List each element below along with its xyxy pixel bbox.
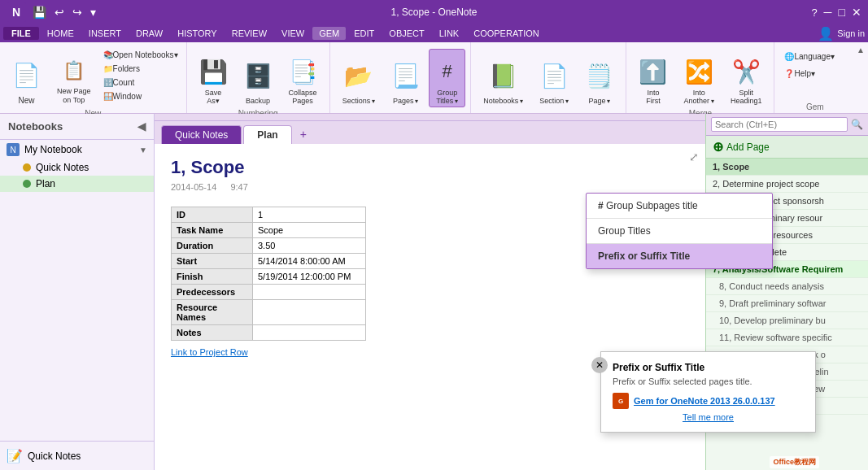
field-start: Start	[172, 254, 253, 269]
quick-access-customize[interactable]: ▾	[89, 6, 98, 19]
collapse-pages-label: CollapsePages	[289, 89, 317, 105]
backup-button[interactable]: 🗄️ Backup	[237, 49, 280, 107]
split-heading-button[interactable]: ✂️ SplitHeading1	[723, 49, 770, 107]
count-label: Count	[113, 78, 135, 87]
add-page-header: ⊕ Add Page	[706, 136, 868, 159]
add-page-button[interactable]: ⊕ Add Page	[713, 139, 770, 154]
new-button[interactable]: 📄 New	[5, 49, 48, 107]
minimize-btn[interactable]: ─	[824, 6, 832, 19]
page-item-2[interactable]: 2, Determine project scope	[706, 176, 868, 193]
window-label: Window	[113, 92, 142, 101]
menu-home[interactable]: HOME	[41, 27, 81, 40]
ribbon: 📄 New 📋 New Pageon Top 📚 Open Notebooks▾…	[0, 42, 868, 114]
page-item-8[interactable]: 8, Conduct needs analysis	[706, 278, 868, 295]
sidebar-header: Notebooks ◀	[0, 114, 154, 140]
close-popup-button[interactable]: ✕	[591, 357, 608, 373]
section-button[interactable]: 📄 Section▾	[532, 49, 576, 107]
prefix-suffix-label: Prefix or Suffix Title	[598, 250, 690, 262]
sidebar-collapse-icon[interactable]: ◀	[137, 120, 146, 133]
field-duration: Duration	[172, 238, 253, 254]
collapse-pages-button[interactable]: 📑 CollapsePages	[281, 49, 325, 107]
quick-notes-tab[interactable]: Quick Notes	[161, 125, 242, 144]
page-item-1[interactable]: 1, Scope	[706, 159, 868, 176]
search-icon[interactable]: 🔍	[851, 119, 863, 130]
add-tab-button[interactable]: +	[294, 124, 313, 144]
watermark: Office教程网	[770, 456, 819, 468]
page-item-11[interactable]: 11, Review software specific	[706, 329, 868, 346]
value-duration: 3.50	[253, 238, 366, 254]
quick-access-save[interactable]: 💾	[31, 6, 48, 19]
watermark-text: Office教程网	[773, 457, 816, 468]
open-notebooks-button[interactable]: 📚 Open Notebooks▾	[100, 49, 181, 61]
count-button[interactable]: 🔢 Count	[100, 76, 181, 89]
split-heading-label: SplitHeading1	[731, 89, 762, 105]
page-button[interactable]: 🗒️ Page▾	[578, 49, 621, 107]
menu-insert[interactable]: INSERT	[82, 27, 128, 40]
table-row-notes: Notes	[172, 325, 366, 341]
quick-notes-dot	[23, 163, 31, 172]
gem-version-link[interactable]: Gem for OneNote 2013 26.0.0.137	[634, 396, 775, 406]
menu-link[interactable]: LINK	[433, 27, 465, 40]
quick-access-redo[interactable]: ↪	[71, 6, 84, 19]
group-titles-dropdown[interactable]: # Group Subpages title Group Titles Pref…	[586, 193, 773, 269]
new-label: New	[18, 96, 34, 105]
add-page-label: Add Page	[726, 141, 770, 153]
page-item-10[interactable]: 10, Develop preliminary bu	[706, 312, 868, 329]
plan-tab[interactable]: Plan	[243, 125, 291, 144]
split-heading-icon: ✂️	[732, 54, 761, 89]
ribbon-nb-top: 📗 Notebooks▾ 📄 Section▾ 🗒️ Page▾	[473, 46, 624, 110]
sections-button[interactable]: 📂 Sections▾	[335, 49, 383, 107]
menu-history[interactable]: HISTORY	[171, 27, 224, 40]
group-titles-item[interactable]: Group Titles	[587, 219, 772, 243]
menu-view[interactable]: VIEW	[275, 27, 311, 40]
menu-object[interactable]: OBJECT	[382, 27, 430, 40]
menu-review[interactable]: REVIEW	[225, 27, 273, 40]
pages-button[interactable]: 📃 Pages▾	[384, 49, 427, 107]
sign-in[interactable]: 👤 Sign in	[818, 26, 865, 41]
collapse-ribbon-button[interactable]: ▲	[855, 42, 868, 113]
ribbon-sections-top: 📂 Sections▾ 📃 Pages▾ # GroupTitles▾	[332, 46, 469, 107]
menu-file[interactable]: FILE	[3, 27, 39, 40]
menu-draw[interactable]: DRAW	[129, 27, 169, 40]
expand-page-button[interactable]: ⤢	[689, 150, 699, 163]
quick-notes-bottom[interactable]: 📝 Quick Notes	[0, 441, 154, 470]
notebooks-button[interactable]: 📗 Notebooks▾	[476, 49, 530, 107]
restore-btn[interactable]: □	[839, 6, 845, 19]
time-separator	[219, 182, 228, 192]
quick-access-undo[interactable]: ↩	[53, 6, 66, 19]
search-input[interactable]	[711, 117, 848, 132]
plan-section[interactable]: Plan	[0, 176, 154, 192]
menu-gem[interactable]: GEM	[312, 27, 346, 40]
prefix-suffix-item[interactable]: Prefix or Suffix Title	[587, 244, 772, 268]
page-item-9[interactable]: 9, Draft preliminary softwar	[706, 295, 868, 312]
help-icon[interactable]: ?	[811, 7, 817, 19]
field-id: ID	[172, 207, 253, 223]
page-label: Page▾	[588, 97, 610, 105]
into-another-button[interactable]: 🔀 IntoAnother▾	[676, 49, 722, 107]
gem-logo: G	[613, 393, 629, 409]
language-icon: 🌐	[784, 52, 794, 61]
folders-button[interactable]: 📁 Folders	[100, 63, 181, 75]
ribbon-save-top: 💾 SaveAs▾ 🗄️ Backup 📑 CollapsePages	[189, 46, 328, 107]
help-button[interactable]: ❓ Help▾	[779, 66, 820, 81]
date-value: 2014-05-14	[171, 182, 216, 192]
new-page-top-label: New Pageon Top	[57, 87, 91, 105]
value-start: 5/14/2014 8:00:00 AM	[253, 254, 366, 269]
window-button[interactable]: 🪟 Window	[100, 90, 181, 102]
quick-notes-section[interactable]: Quick Notes	[0, 159, 154, 176]
main-content: Quick Notes Plan + ⤢ 1, Scope 2014-05-14…	[155, 114, 705, 470]
collapse-pages-icon: 📑	[289, 54, 317, 89]
save-as-button[interactable]: 💾 SaveAs▾	[192, 49, 235, 107]
group-titles-label: GroupTitles▾	[436, 89, 458, 105]
close-btn[interactable]: ✕	[852, 6, 861, 19]
menu-cooperation[interactable]: COOPERATION	[467, 27, 545, 40]
menu-edit[interactable]: EDIT	[347, 27, 381, 40]
into-first-button[interactable]: ⬆️ IntoFirst	[631, 49, 674, 107]
group-subpages-item[interactable]: # Group Subpages title	[587, 194, 772, 218]
tell-me-more-link[interactable]: Tell me more	[613, 412, 804, 422]
language-button[interactable]: 🌐 Language▾	[779, 49, 840, 64]
new-page-top-button[interactable]: 📋 New Pageon Top	[50, 49, 98, 107]
group-titles-button[interactable]: # GroupTitles▾	[429, 49, 465, 107]
new-page-top-icon: 📋	[63, 54, 85, 87]
my-notebook-item[interactable]: N My Notebook ▼	[0, 140, 154, 159]
